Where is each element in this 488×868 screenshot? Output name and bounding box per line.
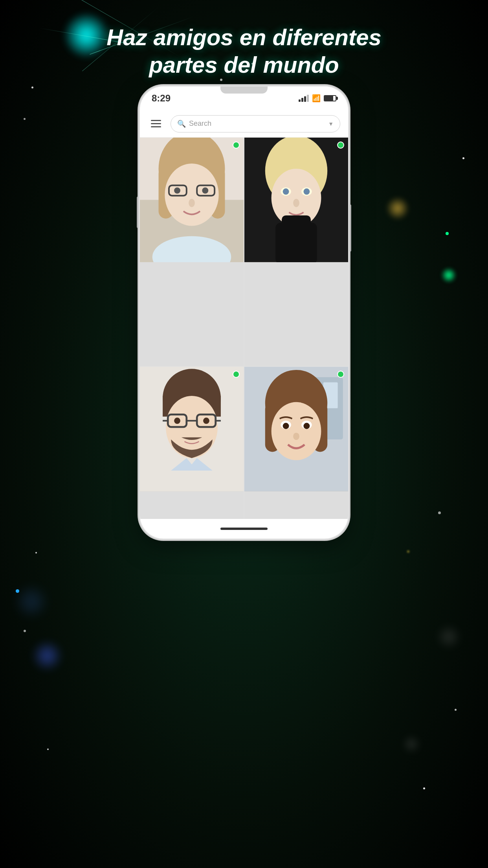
star-13 <box>423 787 425 789</box>
status-icons: 📶 <box>299 94 336 103</box>
bokeh-1 <box>407 550 409 553</box>
svg-point-19 <box>293 199 299 207</box>
sparkle-glow-blue <box>31 640 63 671</box>
user-portrait-4 <box>244 367 348 491</box>
phone-mockup: 8:29 📶 <box>140 86 348 539</box>
title-text: Haz amigos en diferentes partes del mund… <box>24 24 464 78</box>
battery-icon <box>324 95 336 101</box>
menu-line-1 <box>151 120 161 121</box>
svg-point-40 <box>272 402 321 460</box>
search-bar[interactable]: 🔍 Search ▼ <box>171 115 340 132</box>
wifi-icon: 📶 <box>312 94 321 103</box>
signal-bar-1 <box>299 99 301 102</box>
star-6 <box>446 232 449 235</box>
battery-fill <box>325 96 333 101</box>
search-icon: 🔍 <box>177 120 186 128</box>
svg-point-44 <box>303 423 310 429</box>
user-portrait-3 <box>140 367 244 491</box>
user-cell-3[interactable] <box>140 367 244 539</box>
home-indicator <box>220 528 268 530</box>
bokeh-3 <box>20 590 43 613</box>
bokeh-4 <box>405 738 417 750</box>
svg-point-17 <box>283 188 289 195</box>
sparkle-glow-gold <box>386 197 409 220</box>
svg-point-31 <box>174 417 180 424</box>
signal-bar-2 <box>301 98 303 102</box>
signal-bars <box>299 95 309 102</box>
title-area: Haz amigos en diferentes partes del mund… <box>0 24 488 78</box>
phone-bottom-bar <box>140 519 348 539</box>
online-indicator-3 <box>233 371 240 378</box>
user-portrait-2 <box>244 138 348 262</box>
svg-point-18 <box>303 188 310 195</box>
status-bar: 8:29 📶 <box>140 86 348 110</box>
star-12 <box>47 748 49 750</box>
online-indicator-4 <box>337 371 344 378</box>
svg-point-5 <box>165 164 218 226</box>
online-indicator-2 <box>337 142 344 149</box>
user-cell-1[interactable] <box>140 138 244 366</box>
online-indicator-1 <box>233 142 240 149</box>
star-5 <box>462 157 464 159</box>
users-grid <box>140 138 348 539</box>
signal-bar-4 <box>307 95 309 102</box>
user-portrait-1 <box>140 138 244 262</box>
svg-point-43 <box>283 423 289 429</box>
phone-screen: 8:29 📶 <box>140 86 348 539</box>
search-input[interactable]: Search <box>189 120 325 128</box>
phone-body: 8:29 📶 <box>140 86 348 539</box>
status-time: 8:29 <box>152 93 171 104</box>
user-cell-2[interactable] <box>244 138 348 366</box>
svg-point-9 <box>202 188 208 194</box>
menu-button[interactable] <box>148 117 164 131</box>
svg-point-8 <box>174 188 180 194</box>
star-11 <box>438 511 441 514</box>
star-10 <box>455 709 457 711</box>
menu-line-3 <box>151 126 161 127</box>
sparkle-glow-green <box>441 267 457 283</box>
svg-point-32 <box>203 417 209 424</box>
star-blue <box>16 589 19 593</box>
star-1 <box>31 86 33 88</box>
svg-point-10 <box>189 199 195 207</box>
star-8 <box>35 552 37 554</box>
toolbar: 🔍 Search ▼ <box>140 110 348 138</box>
phone-side-button-left <box>137 197 139 228</box>
title-line1: Haz amigos en diferentes <box>106 24 381 50</box>
dropdown-arrow-icon: ▼ <box>328 121 334 127</box>
star-3 <box>220 79 222 81</box>
title-line2: partes del mundo <box>149 52 339 77</box>
menu-line-2 <box>151 123 161 124</box>
status-notch <box>220 86 268 94</box>
user-cell-4[interactable] <box>244 367 348 539</box>
svg-rect-21 <box>282 215 311 230</box>
star-7 <box>24 118 26 120</box>
svg-point-45 <box>293 432 299 440</box>
signal-bar-3 <box>304 96 306 102</box>
phone-side-button-right <box>349 204 351 252</box>
star-9 <box>24 630 26 632</box>
bokeh-2 <box>441 629 457 645</box>
